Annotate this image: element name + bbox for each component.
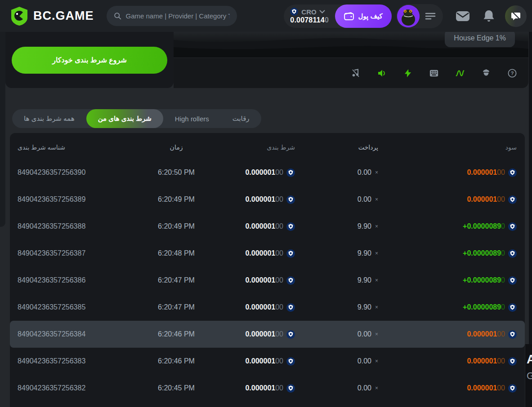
- bet-amount: 0.00000100: [208, 357, 295, 366]
- table-row[interactable]: 84904236357256383 6:20:46 PM 0.00000100 …: [10, 348, 525, 375]
- brand[interactable]: BC.GAME: [10, 6, 94, 26]
- music-off-icon[interactable]: [351, 69, 360, 78]
- svg-text:?: ?: [511, 71, 514, 76]
- bet-id: 84904236357256384: [10, 330, 145, 338]
- chat-toggle-icon[interactable]: [505, 5, 527, 27]
- bet-amount: 0.00000100: [208, 168, 295, 177]
- bet-profit: 0.00000100: [378, 384, 517, 393]
- table-header: شناسه شرط بندی زمان شرط بندی پرداخت سود: [10, 136, 525, 159]
- cro-coin-icon: [508, 195, 517, 204]
- bet-amount: 0.00000100: [208, 384, 295, 393]
- bet-payout: 0.00×: [295, 168, 378, 177]
- brand-name: BC.GAME: [33, 9, 94, 23]
- bet-amount: 0.00000100: [208, 276, 295, 285]
- tab-2[interactable]: High rollers: [163, 109, 221, 128]
- collapsed-sidebar-edge: [0, 32, 5, 227]
- header-profit: سود: [378, 144, 517, 151]
- table-row[interactable]: 84904236357256384 6:20:46 PM 0.00000100 …: [10, 321, 525, 348]
- start-autobet-button[interactable]: شروع شرط بندی خودکار: [12, 47, 167, 74]
- search-icon: [114, 12, 121, 20]
- profile-group[interactable]: [396, 4, 443, 28]
- bet-id: 84904236357256387: [10, 249, 145, 257]
- bet-payout: 0.00×: [295, 357, 378, 365]
- bell-icon[interactable]: [483, 9, 495, 23]
- cro-coin-icon: [508, 384, 517, 393]
- bet-control-panel: شروع شرط بندی خودکار: [5, 32, 174, 88]
- search-bar[interactable]: [107, 6, 237, 26]
- bet-payout: 0.00×: [295, 195, 378, 204]
- table-row[interactable]: 84904236357256385 6:20:47 PM 0.00000100 …: [10, 294, 525, 321]
- tab-0[interactable]: همه شرط بندی ها: [12, 109, 86, 128]
- bet-payout: 0.00×: [295, 384, 378, 392]
- game-display-card: House Edge 1% ?: [174, 32, 528, 88]
- wallet-button[interactable]: کیف پول: [335, 4, 392, 28]
- currency-selector[interactable]: CRO 0.00781140: [284, 6, 335, 26]
- bet-amount: 0.00000100: [208, 330, 295, 339]
- bet-time: 6:20:48 PM: [145, 249, 208, 257]
- table-row[interactable]: 84904236357256386 6:20:47 PM 0.00000100 …: [10, 267, 525, 294]
- cro-coin-icon: [286, 357, 295, 366]
- wallet-balance: 0.00781140: [290, 16, 329, 24]
- cutoff-text-line1: A: [527, 352, 532, 367]
- cro-coin-icon: [286, 168, 295, 177]
- bet-time: 6:20:49 PM: [145, 222, 208, 230]
- balance-wallet-group: CRO 0.00781140 کیف پول: [284, 4, 392, 28]
- house-edge-badge: House Edge 1%: [445, 29, 515, 47]
- bet-menu-icon[interactable]: [425, 12, 436, 20]
- fast-bet-icon[interactable]: [403, 69, 412, 78]
- seed-icon[interactable]: [482, 69, 491, 78]
- bet-amount: 0.00000100: [208, 195, 295, 204]
- bet-profit: 0.00000100: [378, 168, 517, 177]
- cro-coin-icon: [286, 303, 295, 312]
- bet-payout: 9.90×: [295, 249, 378, 257]
- table-row[interactable]: 84904236357256382 6:20:45 PM 0.00000100 …: [10, 375, 525, 402]
- bet-profit: 0.00000100: [378, 195, 517, 204]
- bet-profit: +0.00000890: [378, 303, 517, 312]
- live-stats-icon[interactable]: [456, 69, 465, 78]
- bet-time: 6:20:47 PM: [145, 303, 208, 311]
- cro-coin-icon: [286, 222, 295, 231]
- bet-time: 6:20:50 PM: [145, 168, 208, 177]
- cro-coin-icon: [508, 222, 517, 231]
- table-row[interactable]: 84904236357256390 6:20:50 PM 0.00000100 …: [10, 159, 525, 186]
- table-row[interactable]: 84904236357256389 6:20:49 PM 0.00000100 …: [10, 186, 525, 213]
- table-body: 84904236357256390 6:20:50 PM 0.00000100 …: [10, 159, 525, 402]
- bet-profit: +0.00000890: [378, 222, 517, 231]
- bet-time: 6:20:47 PM: [145, 276, 208, 284]
- cro-coin-icon: [286, 249, 295, 258]
- cro-coin-icon: [286, 384, 295, 393]
- cro-coin-icon: [508, 330, 517, 339]
- hotkeys-icon[interactable]: [429, 69, 438, 78]
- table-row[interactable]: 84904236357256388 6:20:49 PM 0.00000100 …: [10, 213, 525, 240]
- bets-table: شناسه شرط بندی زمان شرط بندی پرداخت سود …: [10, 133, 525, 407]
- cro-coin-icon: [286, 195, 295, 204]
- cutoff-side-panel: A G: [525, 344, 532, 407]
- cutoff-text-line2: G: [527, 370, 532, 382]
- bet-payout: 9.90×: [295, 276, 378, 284]
- header-bet-id: شناسه شرط بندی: [10, 144, 145, 151]
- search-input[interactable]: [126, 12, 230, 20]
- tab-3[interactable]: رقابت: [221, 109, 261, 128]
- cro-coin-icon: [286, 276, 295, 285]
- cro-coin-icon: [508, 276, 517, 285]
- help-icon[interactable]: ?: [508, 69, 517, 78]
- game-toolbar: ?: [174, 58, 528, 88]
- cro-coin-icon: [508, 303, 517, 312]
- header-time: زمان: [145, 144, 208, 151]
- bet-payout: 9.90×: [295, 303, 378, 311]
- cro-coin-icon: [508, 357, 517, 366]
- avatar[interactable]: [397, 5, 420, 27]
- cro-coin-icon: [290, 8, 299, 16]
- bet-id: 84904236357256388: [10, 222, 145, 230]
- tab-1[interactable]: شرط بندی های من: [86, 109, 163, 128]
- cro-coin-icon: [286, 330, 295, 339]
- mail-icon[interactable]: [456, 10, 470, 22]
- sound-icon[interactable]: [377, 69, 386, 78]
- cro-coin-icon: [508, 168, 517, 177]
- bcgame-logo-icon: [10, 6, 29, 26]
- cro-coin-icon: [508, 249, 517, 258]
- navbar: BC.GAME CRO 0.00781140: [0, 0, 532, 32]
- wallet-button-label: کیف پول: [358, 12, 382, 20]
- table-row[interactable]: 84904236357256387 6:20:48 PM 0.00000100 …: [10, 240, 525, 267]
- bet-id: 84904236357256386: [10, 276, 145, 284]
